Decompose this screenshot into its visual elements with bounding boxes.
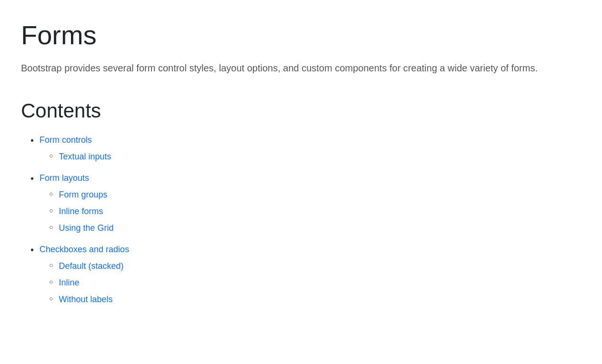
page-title: Forms — [21, 19, 581, 51]
bullet-hollow-icon-3: ○ — [49, 205, 53, 216]
list-item-inline: ○ Inline — [49, 276, 129, 289]
list-item-without-labels: ○ Without labels — [49, 293, 129, 306]
bullet-hollow-icon-5: ○ — [49, 260, 53, 270]
link-using-the-grid[interactable]: Using the Grid — [59, 222, 113, 235]
bullet-hollow-icon: ○ — [49, 150, 53, 161]
sub-list-form-layouts: ○ Form groups ○ Inline forms ○ Using the… — [40, 188, 114, 235]
list-item-using-the-grid: ○ Using the Grid — [49, 222, 114, 235]
bullet-hollow-icon-2: ○ — [49, 188, 53, 199]
bullet-hollow-icon-4: ○ — [49, 222, 53, 232]
link-form-layouts[interactable]: Form layouts — [40, 173, 89, 183]
link-checkboxes-and-radios[interactable]: Checkboxes and radios — [40, 245, 129, 254]
link-without-labels[interactable]: Without labels — [59, 293, 112, 306]
link-inline-forms[interactable]: Inline forms — [59, 205, 103, 218]
sub-list-checkboxes-and-radios: ○ Default (stacked) ○ Inline ○ Without l… — [40, 260, 129, 306]
bullet-hollow-icon-6: ○ — [49, 276, 53, 287]
link-inline[interactable]: Inline — [59, 276, 79, 289]
page-description: Bootstrap provides several form control … — [21, 60, 545, 76]
list-item-form-layouts: • Form layouts ○ Form groups ○ Inline fo… — [30, 172, 581, 238]
list-item-form-controls: • Form controls ○ Textual inputs — [30, 134, 581, 167]
list-item-inline-forms: ○ Inline forms — [49, 205, 114, 218]
bullet-filled-icon: • — [30, 134, 34, 147]
contents-title: Contents — [21, 99, 581, 122]
link-default-stacked[interactable]: Default (stacked) — [59, 260, 123, 273]
link-form-controls[interactable]: Form controls — [40, 135, 92, 145]
sub-list-form-controls: ○ Textual inputs — [40, 150, 111, 163]
bullet-filled-icon-3: • — [30, 243, 34, 256]
list-item-default-stacked: ○ Default (stacked) — [49, 260, 129, 273]
list-item-textual-inputs: ○ Textual inputs — [49, 150, 111, 163]
contents-list: • Form controls ○ Textual inputs • Form … — [21, 134, 581, 310]
link-form-groups[interactable]: Form groups — [59, 188, 107, 201]
list-item-checkboxes-and-radios: • Checkboxes and radios ○ Default (stack… — [30, 243, 581, 310]
link-textual-inputs[interactable]: Textual inputs — [59, 150, 111, 163]
bullet-hollow-icon-7: ○ — [49, 293, 53, 304]
list-item-form-groups: ○ Form groups — [49, 188, 114, 201]
bullet-filled-icon-2: • — [30, 172, 34, 185]
